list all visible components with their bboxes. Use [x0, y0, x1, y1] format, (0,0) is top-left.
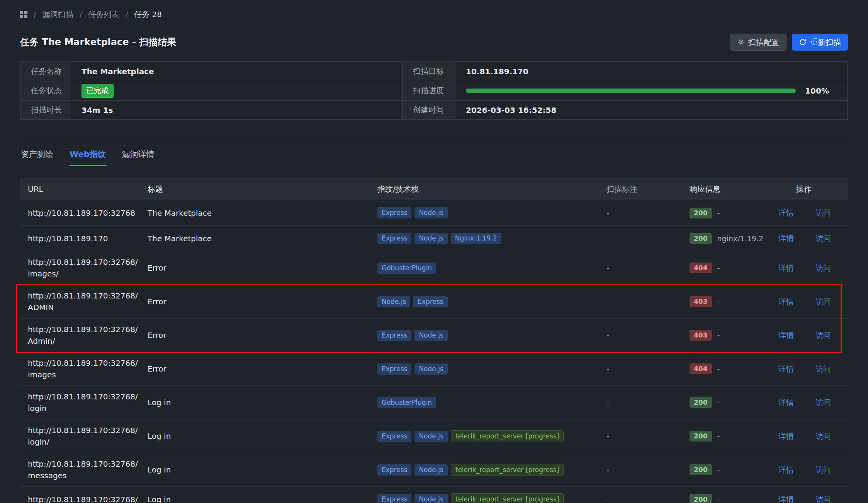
column-header-title: 标题	[140, 184, 370, 194]
cell-actions: 详情访问	[771, 465, 848, 475]
visit-link[interactable]: 访问	[815, 431, 831, 442]
scan-config-button[interactable]: 扫描配置	[730, 34, 786, 51]
detail-link[interactable]: 详情	[778, 233, 794, 244]
tab-vuln-details[interactable]: 漏洞详情	[121, 149, 155, 166]
visit-link[interactable]: 访问	[815, 233, 831, 244]
scan-target-label: 扫描目标	[403, 62, 455, 81]
cell-actions: 详情访问	[771, 297, 848, 307]
task-info-table: 任务名称 The Marketplace 扫描目标 10.81.189.170 …	[20, 61, 848, 120]
detail-link[interactable]: 详情	[778, 297, 794, 307]
detail-link[interactable]: 详情	[778, 397, 794, 408]
visit-link[interactable]: 访问	[815, 364, 831, 374]
task-status-cell: 已完成	[71, 81, 403, 101]
column-header-response: 响应信息	[682, 184, 771, 194]
status-code-badge: 404	[690, 363, 712, 374]
cell-fingerprint-tags: ExpressNode.jsNginx:1.19.2	[370, 233, 599, 244]
response-extra: -	[717, 297, 720, 306]
cell-scan-note: -	[599, 495, 682, 503]
tab-web-fingerprint[interactable]: Web指纹	[69, 149, 107, 166]
page-title: 任务 The Marketplace - 扫描结果	[20, 36, 176, 48]
tech-tag: Node.js	[414, 207, 447, 218]
status-code-badge: 200	[690, 431, 712, 442]
column-header-note: 扫描标注	[599, 184, 682, 194]
cell-url: http://10.81.189.170:32768/images/	[20, 256, 140, 280]
progress-bar-fill	[466, 89, 796, 93]
table-row: http://10.81.189.170:32768/messagesLog i…	[20, 453, 848, 487]
status-code-badge: 200	[690, 464, 712, 475]
cell-response: 200-	[682, 494, 771, 503]
url-text: http://10.81.189.170:32768/images	[28, 357, 139, 380]
visit-link[interactable]: 访问	[815, 208, 831, 218]
table-row: http://10.81.189.170:32768/loginLog inGo…	[20, 386, 848, 419]
cell-fingerprint-tags: ExpressNode.js	[370, 330, 599, 341]
cell-response: 200-	[682, 397, 771, 408]
cell-actions: 详情访问	[771, 208, 848, 218]
tech-tag: Node.js	[414, 233, 447, 244]
response-extra: -	[717, 264, 720, 272]
response-extra: -	[717, 465, 720, 474]
url-text: http://10.81.189.170:32768/ADMIN	[28, 290, 139, 313]
detail-link[interactable]: 详情	[778, 364, 794, 374]
dashboard-grid-icon[interactable]	[20, 11, 27, 18]
detail-link[interactable]: 详情	[778, 330, 794, 341]
cell-actions: 详情访问	[771, 494, 848, 503]
url-text: http://10.81.189.170:32768/login	[28, 391, 139, 414]
status-code-badge: 200	[690, 494, 712, 503]
visit-link[interactable]: 访问	[815, 330, 831, 341]
response-extra: nginx/1.19.2	[717, 234, 764, 243]
visit-link[interactable]: 访问	[815, 465, 831, 475]
response-extra: -	[717, 209, 720, 217]
breadcrumb-separator: /	[34, 10, 36, 19]
cell-url: http://10.81.189.170:32768/login	[20, 391, 140, 414]
detail-link[interactable]: 详情	[778, 208, 794, 218]
task-name-value: The Marketplace	[71, 62, 403, 81]
cell-fingerprint-tags: ExpressNode.jstelerik_report_server [pro…	[370, 464, 599, 476]
tech-tag: Express	[377, 431, 411, 442]
breadcrumb-separator: /	[126, 10, 128, 19]
tab-asset-mapping[interactable]: 资产测绘	[20, 149, 54, 166]
fingerprint-table: URL 标题 指纹/技术栈 扫描标注 响应信息 操作 http://10.81.…	[20, 178, 848, 503]
response-extra: -	[717, 432, 720, 440]
cell-url: http://10.81.189.170	[20, 233, 140, 244]
scan-progress-cell: 100%	[455, 81, 848, 101]
cell-title: Error	[140, 364, 370, 373]
tech-tag: Express	[377, 207, 411, 218]
url-text: http://10.81.189.170:32768/images/	[28, 256, 139, 280]
visit-link[interactable]: 访问	[815, 397, 831, 408]
breadcrumb-task-list[interactable]: 任务列表	[88, 9, 119, 20]
tech-tag: Node.js	[414, 464, 447, 476]
tech-tag: Express	[377, 363, 411, 375]
cell-actions: 详情访问	[771, 330, 848, 341]
table-row: http://10.81.189.170:32768The Marketplac…	[20, 200, 848, 226]
cell-fingerprint-tags: GobusterPlugin	[370, 397, 599, 408]
visit-link[interactable]: 访问	[815, 494, 831, 503]
visit-link[interactable]: 访问	[815, 263, 831, 273]
response-extra: -	[717, 398, 720, 407]
cell-title: Error	[140, 297, 370, 306]
tech-tag: Node.js	[414, 494, 447, 503]
column-header-url: URL	[20, 184, 140, 194]
tech-tag: GobusterPlugin	[377, 263, 436, 274]
rescan-button[interactable]: 重新扫描	[792, 34, 848, 51]
task-name-label: 任务名称	[20, 62, 71, 81]
cell-scan-note: -	[599, 263, 682, 273]
detail-link[interactable]: 详情	[778, 431, 794, 442]
response-extra: -	[717, 331, 720, 339]
scan-progress-label: 扫描进度	[403, 81, 455, 101]
cell-scan-note: -	[599, 331, 682, 340]
cell-actions: 详情访问	[771, 263, 848, 273]
column-header-actions: 操作	[771, 184, 848, 194]
cell-scan-note: -	[599, 364, 682, 373]
detail-link[interactable]: 详情	[778, 465, 794, 475]
detail-link[interactable]: 详情	[778, 263, 794, 273]
tech-tag: Express	[377, 464, 411, 476]
scan-config-label: 扫描配置	[748, 37, 779, 48]
detail-link[interactable]: 详情	[778, 494, 794, 503]
table-row: http://10.81.189.170:32768/ADMINErrorNod…	[20, 285, 848, 319]
status-code-badge: 404	[690, 263, 712, 273]
tech-tag: telerik_report_server [progress]	[451, 430, 564, 442]
breadcrumb-vuln-scan[interactable]: 漏洞扫描	[42, 9, 73, 20]
visit-link[interactable]: 访问	[815, 297, 831, 307]
table-row: http://10.81.189.170:32768/Log inExpress…	[20, 487, 848, 503]
status-code-badge: 200	[690, 208, 712, 218]
